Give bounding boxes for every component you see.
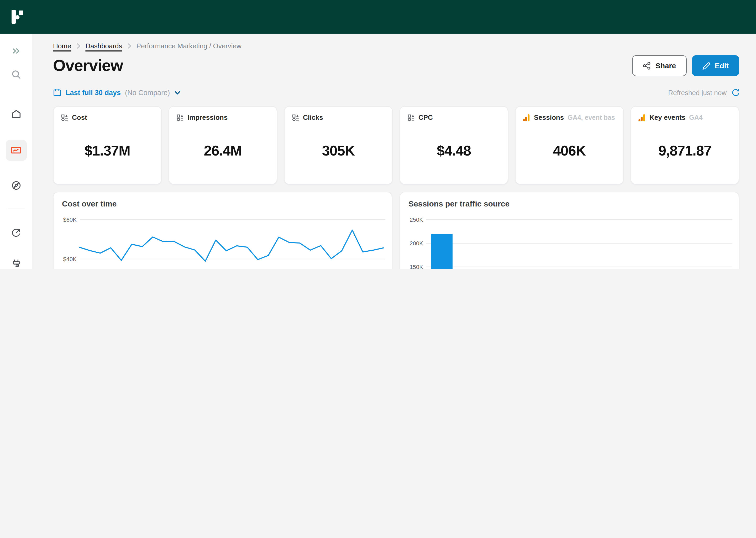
kpi-label: Sessions bbox=[534, 114, 564, 121]
kpi-value: 9,871.87 bbox=[638, 121, 731, 177]
sessions-per-source-chart: Sessions per traffic source 0.050K100K15… bbox=[400, 192, 739, 269]
chevron-right-icon bbox=[127, 43, 132, 49]
chevrons-right-icon bbox=[11, 46, 21, 56]
edit-button[interactable]: Edit bbox=[692, 55, 739, 76]
sidebar-item-search[interactable] bbox=[6, 64, 26, 85]
sidebar-divider bbox=[8, 209, 24, 209]
sidebar-item-expand[interactable] bbox=[6, 40, 26, 62]
kpi-source-badge: GA4 bbox=[689, 114, 702, 121]
kpi-row: Cost$1.37MImpressions26.4MClicks305KCPC$… bbox=[53, 106, 739, 185]
metric-icon bbox=[61, 114, 68, 121]
chart-title: Sessions per traffic source bbox=[408, 199, 509, 208]
svg-text:$40K: $40K bbox=[63, 256, 77, 262]
metric-icon bbox=[407, 114, 415, 121]
breadcrumb-home[interactable]: Home bbox=[53, 42, 71, 50]
sidebar-item-connectors[interactable] bbox=[6, 253, 26, 269]
compass-icon bbox=[11, 180, 21, 191]
metric-icon bbox=[176, 114, 184, 121]
edit-button-label: Edit bbox=[715, 62, 729, 70]
ga4-icon bbox=[638, 114, 646, 121]
kpi-value: 305K bbox=[292, 121, 385, 177]
kpi-card-cost: Cost$1.37M bbox=[53, 106, 162, 185]
chart-icon bbox=[11, 145, 22, 155]
main-content: Home Dashboards Performance Marketing / … bbox=[32, 34, 756, 269]
search-icon bbox=[11, 69, 21, 80]
kpi-label: Clicks bbox=[303, 114, 323, 121]
kpi-label: Cost bbox=[72, 114, 87, 121]
kpi-value: $1.37M bbox=[61, 121, 154, 177]
sidebar bbox=[0, 34, 32, 269]
kpi-label: Key events bbox=[649, 114, 685, 121]
breadcrumb: Home Dashboards Performance Marketing / … bbox=[53, 42, 739, 50]
kpi-card-cpc: CPC$4.48 bbox=[400, 106, 508, 185]
sidebar-item-share-export[interactable] bbox=[6, 222, 26, 243]
svg-text:$60K: $60K bbox=[63, 216, 77, 223]
sidebar-item-explore[interactable] bbox=[6, 175, 26, 196]
refresh-icon[interactable] bbox=[731, 88, 739, 96]
calendar-icon bbox=[53, 88, 62, 97]
plug-icon bbox=[11, 258, 21, 268]
page-title: Overview bbox=[53, 56, 123, 75]
share-button[interactable]: Share bbox=[632, 55, 686, 76]
cost-over-time-chart: Cost over time $0.0$20K$40K$60K3 Sep8 Se… bbox=[53, 192, 392, 269]
kpi-value: 26.4M bbox=[176, 121, 269, 177]
funnel-logo[interactable] bbox=[11, 10, 25, 24]
metric-icon bbox=[292, 114, 299, 121]
ga4-icon bbox=[523, 114, 530, 121]
share-button-label: Share bbox=[655, 62, 676, 70]
kpi-card-key-events: Key eventsGA49,871.87 bbox=[631, 106, 739, 185]
sidebar-item-home[interactable] bbox=[6, 103, 26, 125]
svg-text:150K: 150K bbox=[410, 264, 423, 269]
chevron-right-icon bbox=[76, 43, 80, 49]
app-window: Home Dashboards Performance Marketing / … bbox=[0, 0, 756, 269]
date-range-label: Last full 30 days bbox=[66, 88, 121, 96]
kpi-source-badge: GA4, event bas bbox=[568, 114, 615, 121]
sidebar-item-dashboards[interactable] bbox=[6, 140, 26, 161]
breadcrumb-dashboards[interactable]: Dashboards bbox=[85, 42, 122, 50]
refreshed-status: Refreshed just now bbox=[668, 88, 727, 96]
kpi-card-impressions: Impressions26.4M bbox=[168, 106, 277, 185]
svg-text:200K: 200K bbox=[410, 240, 423, 247]
launch-icon bbox=[11, 228, 21, 238]
pencil-icon bbox=[702, 62, 710, 70]
chevron-down-icon bbox=[174, 90, 180, 95]
home-icon bbox=[11, 109, 21, 119]
kpi-value: 406K bbox=[523, 121, 616, 177]
kpi-value: $4.48 bbox=[407, 121, 500, 177]
chart-title: Cost over time bbox=[62, 199, 117, 208]
kpi-label: Impressions bbox=[187, 114, 228, 121]
compare-label: (No Compare) bbox=[125, 88, 170, 96]
kpi-label: CPC bbox=[418, 114, 433, 121]
svg-text:250K: 250K bbox=[410, 216, 423, 223]
share-icon bbox=[642, 62, 651, 70]
kpi-card-sessions: SessionsGA4, event bas406K bbox=[515, 106, 624, 185]
breadcrumb-current: Performance Marketing / Overview bbox=[136, 42, 242, 50]
date-range-filter[interactable]: Last full 30 days (No Compare) bbox=[53, 88, 180, 97]
top-bar bbox=[0, 0, 756, 34]
kpi-card-clicks: Clicks305K bbox=[284, 106, 393, 185]
